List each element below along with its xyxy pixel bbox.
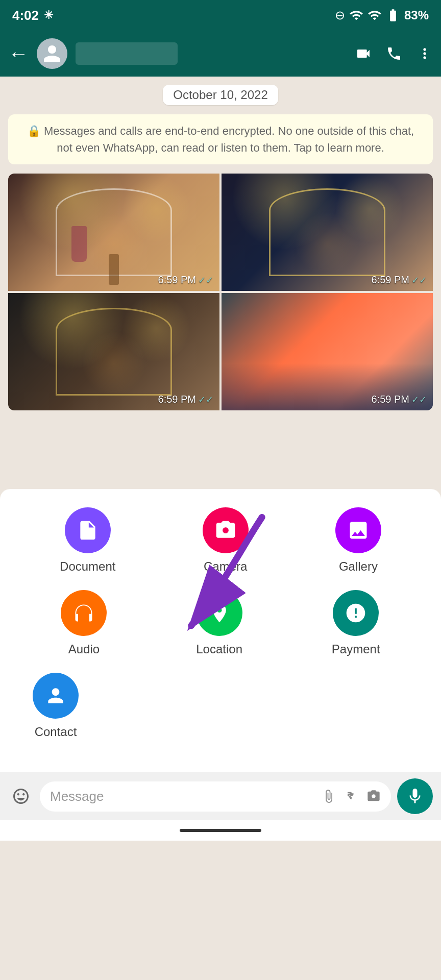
attach-row-1: Document Camera Gallery bbox=[16, 507, 425, 574]
status-time-area: 4:02 ✳ bbox=[12, 8, 53, 23]
document-circle bbox=[65, 507, 111, 553]
input-icon-group bbox=[322, 789, 381, 803]
image-timestamp-3: 6:59 PM ✓✓ bbox=[158, 394, 213, 405]
back-button[interactable]: ← bbox=[8, 42, 29, 65]
phone-call-icon[interactable] bbox=[386, 45, 402, 62]
home-bar bbox=[180, 829, 261, 832]
camera-circle bbox=[203, 507, 249, 553]
mic-button[interactable] bbox=[397, 778, 433, 814]
image-timestamp-4: 6:59 PM ✓✓ bbox=[372, 394, 427, 405]
more-options-icon[interactable] bbox=[416, 45, 433, 62]
attach-audio[interactable]: Audio bbox=[61, 590, 107, 656]
contact-circle bbox=[33, 673, 79, 719]
rupee-icon[interactable] bbox=[344, 789, 358, 803]
battery-icon bbox=[386, 8, 400, 22]
message-placeholder: Message bbox=[50, 789, 315, 804]
attach-row-3: Contact bbox=[16, 673, 425, 739]
gallery-label: Gallery bbox=[339, 559, 378, 574]
message-input-box[interactable]: Message bbox=[40, 781, 391, 812]
audio-circle bbox=[61, 590, 107, 636]
audio-icon bbox=[72, 602, 95, 624]
attach-row-2: Audio Location Payment bbox=[16, 590, 425, 656]
attach-camera[interactable]: Camera bbox=[203, 507, 249, 574]
image-timestamp-2: 6:59 PM ✓✓ bbox=[372, 274, 427, 286]
image-cell-1[interactable]: 6:59 PM ✓✓ bbox=[8, 174, 219, 291]
contact-name-blurred bbox=[76, 42, 178, 65]
camera-bottom-icon[interactable] bbox=[366, 789, 381, 803]
gallery-icon bbox=[347, 519, 370, 542]
attachment-menu: Document Camera Gallery bbox=[0, 489, 441, 772]
image-grid: 6:59 PM ✓✓ 6:59 PM ✓✓ 6:59 PM ✓✓ bbox=[8, 174, 433, 410]
avatar-icon bbox=[42, 43, 62, 64]
location-icon bbox=[208, 602, 231, 624]
camera-label: Camera bbox=[204, 559, 247, 574]
attach-document[interactable]: Document bbox=[60, 507, 115, 574]
battery-percent: 83% bbox=[404, 8, 429, 22]
payment-circle bbox=[333, 590, 379, 636]
bottom-bar: Message bbox=[0, 772, 441, 820]
chat-area: October 10, 2022 🔒 Messages and calls ar… bbox=[0, 77, 441, 485]
signal-icon bbox=[368, 8, 382, 22]
audio-label: Audio bbox=[68, 642, 100, 656]
paperclip-icon[interactable] bbox=[322, 789, 336, 803]
payment-label: Payment bbox=[332, 642, 380, 656]
activity-icon: ✳ bbox=[44, 9, 53, 22]
payment-icon bbox=[345, 602, 367, 624]
date-badge: October 10, 2022 bbox=[8, 85, 433, 105]
contact-label: Contact bbox=[35, 725, 77, 739]
status-bar: 4:02 ✳ ⊖ 83% bbox=[0, 0, 441, 31]
attach-location[interactable]: Location bbox=[196, 590, 242, 656]
home-indicator bbox=[0, 820, 441, 841]
emoji-icon bbox=[12, 787, 30, 805]
attach-payment[interactable]: Payment bbox=[332, 590, 380, 656]
avatar[interactable] bbox=[37, 38, 67, 69]
encryption-notice[interactable]: 🔒 Messages and calls are end-to-end encr… bbox=[8, 114, 433, 164]
image-cell-3[interactable]: 6:59 PM ✓✓ bbox=[8, 293, 219, 410]
contact-icon bbox=[44, 684, 67, 707]
image-timestamp-1: 6:59 PM ✓✓ bbox=[158, 274, 213, 286]
image-cell-2[interactable]: 6:59 PM ✓✓ bbox=[222, 174, 433, 291]
attachment-menu-container: Document Camera Gallery bbox=[0, 489, 441, 772]
status-icons: ⊖ 83% bbox=[335, 8, 429, 22]
attach-gallery[interactable]: Gallery bbox=[335, 507, 381, 574]
dnd-icon: ⊖ bbox=[335, 8, 345, 22]
wifi-icon bbox=[349, 8, 363, 22]
image-cell-4[interactable]: 6:59 PM ✓✓ bbox=[222, 293, 433, 410]
emoji-button[interactable] bbox=[8, 783, 34, 809]
gallery-circle bbox=[335, 507, 381, 553]
mic-icon bbox=[406, 787, 424, 805]
document-icon bbox=[77, 519, 99, 542]
camera-icon bbox=[214, 519, 237, 542]
time-display: 4:02 bbox=[12, 8, 39, 23]
location-label: Location bbox=[196, 642, 242, 656]
video-call-icon[interactable] bbox=[355, 45, 372, 62]
chat-header: ← bbox=[0, 31, 441, 77]
document-label: Document bbox=[60, 559, 115, 574]
header-action-icons bbox=[355, 45, 433, 62]
location-circle bbox=[197, 590, 242, 636]
attach-contact[interactable]: Contact bbox=[33, 673, 79, 739]
